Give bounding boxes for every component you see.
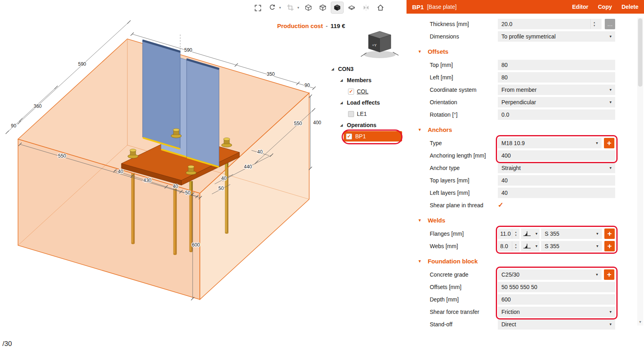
add-flange-weld-button[interactable]: + xyxy=(604,229,615,239)
tree-expander-icon[interactable]: ◢ xyxy=(340,78,344,82)
scrollbar-down-arrow[interactable]: ▾ xyxy=(637,318,643,326)
thickness-more-button[interactable]: … xyxy=(605,19,615,29)
collapse-icon[interactable]: ▼ xyxy=(418,259,422,263)
block-offsets-input[interactable]: 50 550 550 50 xyxy=(498,282,615,292)
collapse-icon[interactable]: ▼ xyxy=(418,127,422,132)
navigation-cube[interactable]: +Y xyxy=(358,29,402,63)
tree-item-members[interactable]: ◢ Members xyxy=(326,75,405,86)
coordinate-system-select[interactable]: From member ▾ xyxy=(498,85,615,95)
tree-item-load-effects[interactable]: ◢ Load effects xyxy=(326,97,405,108)
anchor-shape-select[interactable]: Straight ▾ xyxy=(498,163,615,173)
viewport-3d[interactable]: 590 590 350 90 360 90 550 550 400 40 440… xyxy=(0,0,407,360)
spinner-up-icon[interactable]: ▲ xyxy=(515,231,517,233)
scrollbar-thumb[interactable] xyxy=(638,18,642,87)
plate-view-button[interactable] xyxy=(346,2,358,13)
concrete-grade-select[interactable]: C25/30 ▾ xyxy=(498,269,602,280)
web-weld-spinner[interactable]: ▲ ▼ xyxy=(512,241,519,251)
spinner-down-icon[interactable]: ▼ xyxy=(515,247,517,249)
rotation-input[interactable]: 0.0 xyxy=(498,109,615,120)
left-offset-input[interactable]: 80 xyxy=(498,72,615,83)
col-checkbox[interactable]: ✓ xyxy=(348,89,354,95)
dimensions-row: Dimensions To profile symmetrical ▾ xyxy=(407,30,644,42)
section-anchors[interactable]: ▼ Anchors xyxy=(407,122,644,137)
bp1-selected-row[interactable]: ✓ BP1 xyxy=(344,131,402,142)
svg-text:400: 400 xyxy=(313,120,321,125)
stand-off-select[interactable]: Direct ▾ xyxy=(498,319,615,330)
depth-row: Depth [mm] 600 xyxy=(407,293,644,305)
scene-canvas[interactable]: 590 590 350 90 360 90 550 550 400 40 440… xyxy=(0,0,407,360)
spinner-down-icon[interactable]: ▼ xyxy=(593,24,596,27)
delete-button[interactable]: Delete xyxy=(622,4,638,10)
tree-expander-icon[interactable]: ◢ xyxy=(331,67,335,71)
tree-expander-icon[interactable]: ◢ xyxy=(340,123,344,127)
spinner-down-icon[interactable]: ▼ xyxy=(515,234,517,237)
le1-label[interactable]: LE1 xyxy=(357,111,367,117)
top-offset-input[interactable]: 80 xyxy=(498,60,615,70)
web-weld-type-select[interactable]: ▾ xyxy=(521,241,539,251)
solid-view-button[interactable] xyxy=(331,2,343,13)
rotate-view-button[interactable] xyxy=(266,2,278,13)
dimensions-label: Dimensions xyxy=(430,33,498,40)
shear-plane-checkbox[interactable]: ✓ xyxy=(498,201,503,209)
tree-item-bp1[interactable]: ✓ BP1 xyxy=(326,131,405,142)
section-offsets[interactable]: ▼ Offsets xyxy=(407,44,644,59)
column-front-flange[interactable] xyxy=(187,59,219,166)
web-weld-size-input[interactable]: 8.0 ▲ ▼ xyxy=(498,241,519,251)
cube-hidden-lines-icon xyxy=(319,4,327,12)
svg-text:50: 50 xyxy=(218,186,224,191)
thickness-spinner[interactable]: ▲ ▼ xyxy=(590,19,598,29)
section-view-button[interactable] xyxy=(284,2,296,13)
web-weld-material-select[interactable]: S 355 ▾ xyxy=(541,241,602,251)
anchor-type-grade-select[interactable]: M18 10.9 ▾ xyxy=(498,138,602,148)
bp1-label[interactable]: BP1 xyxy=(355,133,366,140)
add-concrete-grade-button[interactable]: + xyxy=(604,269,614,280)
rotate-options-chevron[interactable]: ▾ xyxy=(279,6,281,10)
collapse-icon[interactable]: ▼ xyxy=(418,49,422,54)
svg-text:40: 40 xyxy=(173,184,178,189)
tree-item-le1[interactable]: LE1 xyxy=(326,108,405,119)
section-welds[interactable]: ▼ Welds xyxy=(407,213,644,227)
flange-weld-label: Flanges [mm] xyxy=(430,231,498,237)
section-foundation-block[interactable]: ▼ Foundation block xyxy=(407,254,644,268)
col-label[interactable]: COL xyxy=(357,88,368,95)
flange-weld-material-select[interactable]: S 355 ▾ xyxy=(541,229,602,239)
add-web-weld-button[interactable]: + xyxy=(604,241,615,251)
model-tree: ◢ CON3 ◢ Members ✓ COL ◢ Load effects LE… xyxy=(326,63,405,142)
home-view-button[interactable] xyxy=(374,2,386,13)
mirror-view-button[interactable] xyxy=(360,2,372,13)
wireframe-view-button[interactable] xyxy=(302,2,314,13)
chevron-down-icon: ▾ xyxy=(610,34,612,38)
tree-item-con3[interactable]: ◢ CON3 xyxy=(326,63,405,75)
top-layers-input[interactable]: 40 xyxy=(498,175,615,186)
fit-view-button[interactable] xyxy=(252,2,264,13)
hidden-lines-view-button[interactable] xyxy=(317,2,329,13)
spinner-up-icon[interactable]: ▲ xyxy=(515,243,517,246)
copy-button[interactable]: Copy xyxy=(598,4,612,10)
tree-item-operations[interactable]: ◢ Operations xyxy=(326,119,405,131)
flange-weld-spinner[interactable]: ▲ ▼ xyxy=(512,229,519,239)
svg-text:350: 350 xyxy=(267,71,275,77)
panel-scrollbar[interactable]: ▾ xyxy=(637,18,643,326)
orientation-select[interactable]: Perpendicular ▾ xyxy=(498,97,615,107)
anchoring-length-input[interactable]: 400 xyxy=(498,150,615,161)
tree-item-col[interactable]: ✓ COL xyxy=(326,86,405,97)
section-options-chevron[interactable]: ▾ xyxy=(298,6,300,10)
collapse-icon[interactable]: ▼ xyxy=(418,218,422,222)
flange-weld-size-input[interactable]: 11.0 ▲ ▼ xyxy=(498,229,519,239)
shear-force-transfer-select[interactable]: Friction ▾ xyxy=(498,307,615,317)
coordinate-system-row: Coordinate system From member ▾ xyxy=(407,83,644,96)
le1-checkbox[interactable] xyxy=(348,111,354,117)
editor-button[interactable]: Editor xyxy=(572,4,588,10)
fillet-weld-icon xyxy=(523,243,531,249)
tree-root-label: CON3 xyxy=(338,66,354,72)
production-cost-value: 119 € xyxy=(330,22,345,29)
flange-weld-type-select[interactable]: ▾ xyxy=(521,229,539,239)
dimensions-select[interactable]: To profile symmetrical ▾ xyxy=(498,31,615,42)
add-anchor-type-button[interactable]: + xyxy=(604,138,614,148)
bp1-checkbox[interactable]: ✓ xyxy=(346,133,352,140)
left-layers-input[interactable]: 40 xyxy=(498,188,615,198)
depth-input[interactable]: 600 xyxy=(498,294,615,305)
spinner-up-icon[interactable]: ▲ xyxy=(593,21,596,24)
thickness-input[interactable]: 20.0 ▲ ▼ xyxy=(498,19,602,29)
tree-expander-icon[interactable]: ◢ xyxy=(340,101,344,105)
